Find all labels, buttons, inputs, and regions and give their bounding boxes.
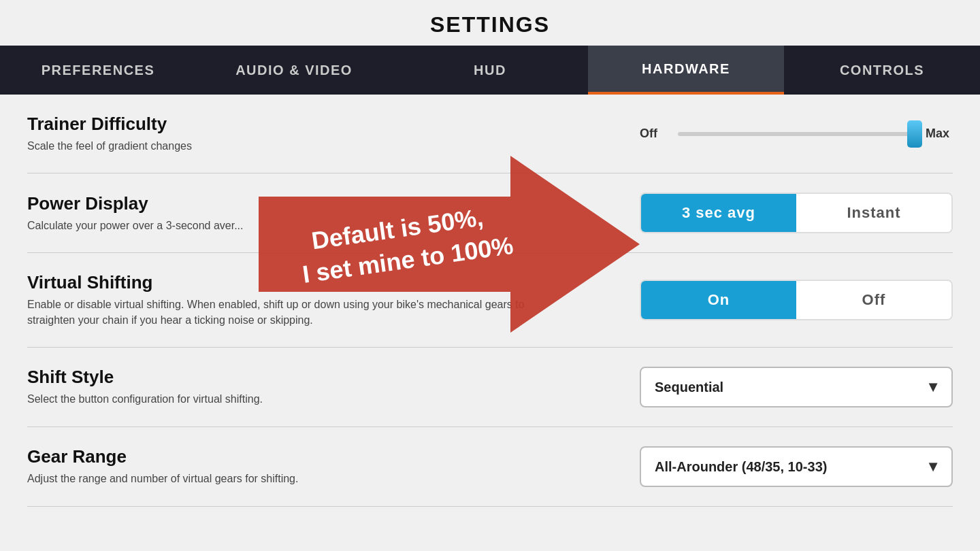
- trainer-difficulty-control: Off Max: [564, 127, 953, 141]
- power-display-row: Power Display Calculate your power over …: [27, 173, 953, 253]
- trainer-difficulty-title: Trainer Difficulty: [27, 114, 536, 135]
- slider-min-label: Off: [640, 127, 667, 141]
- settings-content: Default is 50%, I set mine to 100% Train…: [0, 95, 980, 507]
- virtual-shifting-control: On Off: [564, 280, 953, 320]
- power-display-left: Power Display Calculate your power over …: [27, 193, 536, 233]
- virtual-shifting-desc: Enable or disable virtual shifting. When…: [27, 297, 536, 328]
- power-display-control: 3 sec avg Instant: [564, 193, 953, 233]
- gear-range-select[interactable]: All-Arounder (48/35, 10-33) Climber Spri…: [640, 446, 953, 487]
- virtual-shifting-off-btn[interactable]: Off: [796, 281, 951, 319]
- tab-hud[interactable]: HUD: [392, 46, 588, 95]
- trainer-difficulty-slider-container: Off Max: [640, 127, 953, 141]
- gear-range-row: Gear Range Adjust the range and number o…: [27, 427, 953, 507]
- page-title: SETTINGS: [0, 0, 980, 37]
- shift-style-left: Shift Style Select the button configurat…: [27, 367, 536, 407]
- slider-thumb[interactable]: [907, 120, 922, 148]
- virtual-shifting-title: Virtual Shifting: [27, 272, 536, 293]
- gear-range-dropdown-container: All-Arounder (48/35, 10-33) Climber Spri…: [640, 446, 953, 487]
- gear-range-control: All-Arounder (48/35, 10-33) Climber Spri…: [564, 446, 953, 487]
- virtual-shifting-on-btn[interactable]: On: [641, 281, 796, 319]
- shift-style-control: Sequential Standard Custom ▼: [564, 367, 953, 407]
- trainer-difficulty-left: Trainer Difficulty Scale the feel of gra…: [27, 114, 536, 154]
- power-display-title: Power Display: [27, 193, 536, 214]
- shift-style-select[interactable]: Sequential Standard Custom: [640, 367, 953, 407]
- gear-range-desc: Adjust the range and number of virtual g…: [27, 471, 536, 486]
- tab-audio-video[interactable]: AUDIO & VIDEO: [196, 46, 392, 95]
- shift-style-desc: Select the button configuration for virt…: [27, 392, 536, 407]
- shift-style-dropdown-container: Sequential Standard Custom ▼: [640, 367, 953, 407]
- power-display-instant-btn[interactable]: Instant: [796, 194, 951, 232]
- virtual-shifting-toggle: On Off: [640, 280, 953, 320]
- power-display-desc: Calculate your power over a 3-second ave…: [27, 218, 536, 233]
- gear-range-left: Gear Range Adjust the range and number o…: [27, 446, 536, 486]
- shift-style-row: Shift Style Select the button configurat…: [27, 348, 953, 427]
- trainer-difficulty-desc: Scale the feel of gradient changes: [27, 139, 536, 154]
- tab-bar: PREFERENCES AUDIO & VIDEO HUD HARDWARE C…: [0, 46, 980, 95]
- tab-hardware[interactable]: HARDWARE: [588, 46, 784, 95]
- slider-max-label: Max: [926, 127, 953, 141]
- tab-preferences[interactable]: PREFERENCES: [0, 46, 196, 95]
- power-display-3sec-btn[interactable]: 3 sec avg: [641, 194, 796, 232]
- gear-range-title: Gear Range: [27, 446, 536, 467]
- power-display-toggle: 3 sec avg Instant: [640, 193, 953, 233]
- tab-controls[interactable]: CONTROLS: [784, 46, 980, 95]
- virtual-shifting-left: Virtual Shifting Enable or disable virtu…: [27, 272, 536, 328]
- slider-track[interactable]: [678, 132, 915, 136]
- trainer-difficulty-row: Trainer Difficulty Scale the feel of gra…: [27, 95, 953, 173]
- virtual-shifting-row: Virtual Shifting Enable or disable virtu…: [27, 253, 953, 348]
- shift-style-title: Shift Style: [27, 367, 536, 388]
